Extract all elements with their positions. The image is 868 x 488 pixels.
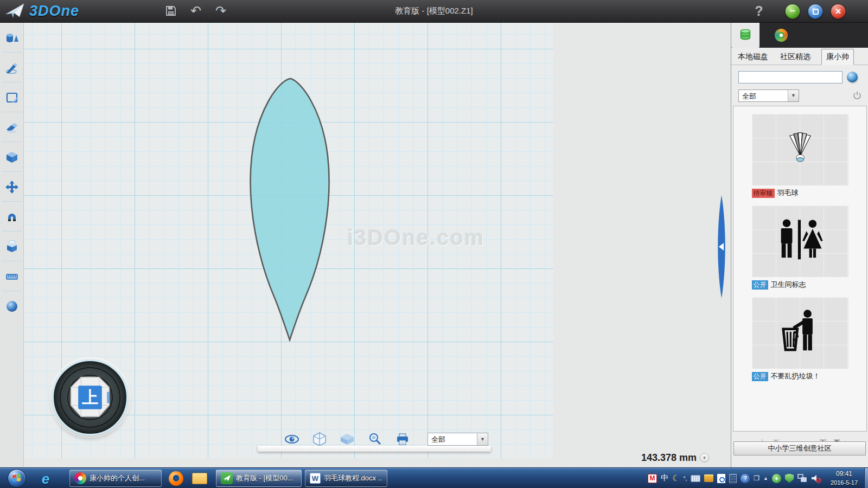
3done-app-window: 3DOne 教育版 - [模型002.Z1] ?: [0, 0, 868, 488]
search-globe-icon[interactable]: [847, 72, 858, 82]
tab-local-disk[interactable]: 本地磁盘: [737, 49, 769, 65]
tool-move[interactable]: [0, 172, 24, 202]
ime-toolbox-icon[interactable]: [704, 474, 713, 482]
material-sphere-icon: [5, 299, 19, 313]
model-card-restroom[interactable]: 公开 卫生间标志: [752, 206, 848, 290]
help-tray-icon[interactable]: ?: [741, 474, 750, 483]
task-button-browser-window[interactable]: 康小帅的个人创...: [69, 470, 162, 487]
system-tray: M 中 ☾ °, ? ❐ ▲ +: [648, 468, 821, 488]
primitives-icon: [5, 31, 19, 45]
ime-language-icon[interactable]: 中: [661, 473, 668, 483]
ie-taskbar-button[interactable]: e: [35, 471, 56, 486]
model-canvas[interactable]: i3DOne.com 上: [24, 23, 731, 467]
scale-dropdown-button[interactable]: ▼: [700, 453, 709, 463]
category-select[interactable]: 全部 ▼: [738, 89, 799, 102]
firefox-taskbar-button[interactable]: [165, 471, 187, 486]
library-tab[interactable]: [731, 23, 760, 48]
zoom-button[interactable]: [366, 431, 384, 447]
tool-measure[interactable]: [0, 261, 24, 291]
task-button-3done[interactable]: 教育版 - [模型00...: [216, 470, 302, 487]
task-button-word[interactable]: W 羽毛球教程.docx ...: [305, 470, 387, 487]
magnifier-icon: [368, 433, 381, 446]
tab-user[interactable]: 康小帅: [821, 49, 854, 65]
tab-community-picks[interactable]: 社区精选: [779, 49, 812, 65]
taskbar-clock[interactable]: 09:41 2016-5-17: [825, 470, 864, 487]
help-button[interactable]: ?: [752, 3, 766, 19]
tool-eraser[interactable]: [0, 112, 24, 142]
maximize-button[interactable]: [808, 4, 823, 19]
printer-icon: [396, 433, 409, 445]
sketch-surface-icon: [5, 91, 19, 105]
save-button[interactable]: [163, 3, 179, 19]
sketch-pen-icon: [5, 61, 19, 75]
tool-feature[interactable]: [0, 142, 24, 172]
save-icon: [165, 5, 176, 16]
panel-text-tabs: 本地磁盘 社区精选 康小帅: [731, 48, 868, 65]
solid-cube-icon: [340, 433, 354, 445]
panel-collapse-handle[interactable]: [715, 195, 728, 298]
volume-muted-icon[interactable]: [811, 474, 821, 483]
doc-edit-tray-icon[interactable]: [729, 474, 737, 483]
minimize-button[interactable]: [785, 4, 800, 19]
explorer-taskbar-button[interactable]: [189, 471, 210, 486]
shaded-view-button[interactable]: [338, 431, 356, 447]
magnet-icon: [5, 210, 19, 224]
visibility-button[interactable]: [283, 431, 301, 447]
community-site-button[interactable]: 中小学三维创意社区: [733, 441, 866, 455]
antivirus-tray-icon[interactable]: +: [772, 474, 781, 483]
community-tab[interactable]: [767, 23, 795, 48]
model-thumbnail: [752, 114, 848, 185]
tool-combine[interactable]: [0, 232, 24, 261]
left-toolbar: [0, 23, 24, 467]
tool-material[interactable]: [0, 291, 24, 321]
tool-align[interactable]: [0, 202, 24, 232]
display-filter-value: 全部: [428, 433, 477, 445]
search-input[interactable]: [738, 71, 843, 84]
model-name: 不要乱扔垃圾！: [771, 371, 820, 381]
titlebar: 3DOne 教育版 - [模型002.Z1] ?: [0, 0, 868, 23]
security-shield-tray-icon[interactable]: [785, 474, 794, 483]
tool-primitives[interactable]: [0, 23, 24, 53]
wireframe-view-button[interactable]: [310, 431, 329, 447]
view-cube[interactable]: 上: [52, 359, 128, 435]
close-button[interactable]: [831, 4, 846, 19]
category-value: 全部: [739, 90, 788, 101]
ie-icon: e: [42, 471, 49, 487]
task-label: 康小帅的个人创...: [90, 473, 145, 483]
start-button[interactable]: [8, 469, 26, 487]
print-button[interactable]: [393, 431, 412, 447]
model-thumbnail: [752, 297, 848, 369]
teardrop-sketch-shape[interactable]: [245, 76, 334, 343]
firefox-icon: [169, 471, 183, 486]
chevron-down-icon[interactable]: ▼: [788, 90, 799, 101]
chevron-down-icon[interactable]: ▼: [477, 433, 488, 445]
pinwheel-icon: [74, 472, 86, 484]
restroom-sign-image: [772, 216, 828, 266]
tool-sketch[interactable]: [0, 53, 24, 82]
moon-ime-icon[interactable]: ☾: [672, 473, 679, 483]
redo-button[interactable]: [213, 3, 229, 19]
undo-button[interactable]: [188, 3, 204, 19]
show-desktop-button[interactable]: [864, 468, 868, 488]
window-title: 教育版 - [模型002.Z1]: [395, 6, 473, 16]
punctuation-ime-icon[interactable]: °,: [684, 476, 687, 481]
folder-icon: [192, 473, 207, 484]
tool-sketch-surface[interactable]: [0, 82, 24, 112]
network-tray-icon[interactable]: [797, 474, 807, 483]
eye-icon: [284, 434, 299, 445]
measure-icon: [5, 269, 19, 284]
soft-keyboard-icon[interactable]: [691, 475, 700, 482]
power-icon[interactable]: [852, 91, 862, 100]
tray-expand-icon[interactable]: ▲: [763, 476, 768, 481]
model-card-litter[interactable]: 公开 不要乱扔垃圾！: [752, 297, 848, 381]
view-cube-icon: [62, 369, 118, 426]
3done-app-icon: [221, 472, 233, 484]
scale-value: 143.378 mm: [641, 452, 697, 464]
display-filter-select[interactable]: 全部 ▼: [427, 433, 488, 446]
status-badge: 待审核: [752, 189, 775, 198]
maxthon-tray-icon[interactable]: M: [648, 474, 657, 483]
window-restore-tray-icon[interactable]: ❐: [754, 474, 760, 482]
combine-icon: [5, 240, 19, 254]
model-card-badminton[interactable]: 待审核 羽毛球: [752, 114, 848, 198]
doc-search-tray-icon[interactable]: [717, 474, 725, 483]
